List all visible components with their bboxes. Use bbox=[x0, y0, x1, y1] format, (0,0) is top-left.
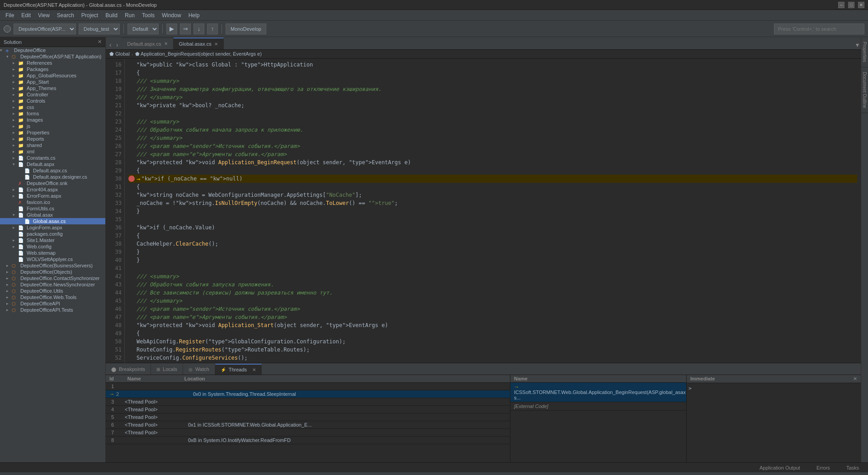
immediate-prompt[interactable]: > bbox=[689, 385, 692, 391]
tab-nav-left[interactable]: ‹ bbox=[108, 40, 113, 49]
code-line-18[interactable]: /// <summary> bbox=[128, 77, 857, 85]
tab-default-aspx[interactable]: Default.aspx.cs ✕ bbox=[122, 38, 173, 49]
tree-item-28[interactable]: ▸📄LoginForm.aspx bbox=[0, 224, 105, 231]
code-line-20[interactable]: /// </summary> bbox=[128, 93, 857, 101]
code-line-22[interactable] bbox=[128, 109, 857, 118]
code-editor[interactable]: 1617181920212223242526272829303132333435… bbox=[106, 59, 861, 363]
code-line-16[interactable]: "kw">public "kw">class Global : "type">H… bbox=[128, 61, 857, 69]
code-line-34[interactable]: } bbox=[128, 207, 857, 215]
tree-item-2[interactable]: ▸📁References bbox=[0, 60, 105, 66]
tab-breakpoints[interactable]: ⬤ Breakpoints bbox=[106, 364, 151, 375]
thread-row-1[interactable]: →20x0 in System.Threading.Thread.SleepIn… bbox=[106, 390, 510, 398]
immediate-close-icon[interactable]: ✕ bbox=[853, 376, 857, 382]
tree-item-41[interactable]: ▸⬡DeputeeOfficeAPI.Tests bbox=[0, 307, 105, 313]
code-line-37[interactable]: { bbox=[128, 232, 857, 240]
tree-item-8[interactable]: ▸📁Controls bbox=[0, 98, 105, 104]
status-errors[interactable]: Errors bbox=[811, 463, 835, 473]
tree-item-20[interactable]: 📄Default.aspx.designer.cs bbox=[0, 174, 105, 180]
thread-row-4[interactable]: 5<Thread Pool> bbox=[106, 413, 510, 421]
code-line-38[interactable]: CacheHelper.ClearCache(); bbox=[128, 240, 857, 248]
status-tasks[interactable]: Tasks bbox=[841, 463, 864, 473]
tree-item-39[interactable]: ▸⬡DeputeeOffice.Web.Tools bbox=[0, 294, 105, 300]
code-line-17[interactable]: { bbox=[128, 69, 857, 77]
minimize-button[interactable]: – bbox=[838, 2, 844, 8]
code-line-40[interactable]: } bbox=[128, 256, 857, 264]
tree-item-31[interactable]: ▸📄Web.config bbox=[0, 243, 105, 250]
code-line-36[interactable]: "kw">if (_noCache.Value) bbox=[128, 223, 857, 232]
thread-row-3[interactable]: 4<Thread Pool> bbox=[106, 406, 510, 413]
thread-row-5[interactable]: 6<Thread Pool>0x1 in ICSSoft.STORMNET.We… bbox=[106, 421, 510, 429]
close-button[interactable]: ✕ bbox=[858, 2, 864, 8]
tree-item-26[interactable]: ▾📄Global.asax bbox=[0, 212, 105, 218]
tree-item-18[interactable]: ▾📄Default.aspx bbox=[0, 161, 105, 167]
code-line-23[interactable]: /// <summary> bbox=[128, 118, 857, 126]
project-select[interactable]: DeputeeOffice(ASP... bbox=[14, 24, 76, 34]
build-select[interactable]: Default bbox=[127, 24, 159, 34]
code-line-52[interactable]: ServiceConfig.ConfigureServices(); bbox=[128, 354, 857, 362]
tree-item-21[interactable]: ✗DeputeeOffice.snk bbox=[0, 180, 105, 186]
code-line-35[interactable] bbox=[128, 215, 857, 223]
config-select[interactable]: Debug_test bbox=[79, 24, 120, 34]
code-line-45[interactable]: /// </summary> bbox=[128, 297, 857, 305]
tree-item-33[interactable]: 📄WOLVSettApplyer.cs bbox=[0, 256, 105, 262]
sidebar-close-icon[interactable]: ✕ bbox=[98, 39, 102, 45]
code-line-19[interactable]: /// Значение параметра конфигурации, отв… bbox=[128, 85, 857, 93]
code-line-32[interactable]: "kw">string noCache = WebConfigurationMa… bbox=[128, 191, 857, 199]
tab-threads[interactable]: ⚡ Threads ✕ bbox=[215, 364, 262, 375]
step-over-button[interactable]: ⇒ bbox=[180, 24, 191, 34]
step-out-button[interactable]: ↑ bbox=[207, 24, 218, 34]
tree-item-23[interactable]: ▸📄ErrorForm.aspx bbox=[0, 193, 105, 199]
menu-build[interactable]: Build bbox=[102, 11, 121, 19]
menu-file[interactable]: File bbox=[2, 11, 18, 19]
code-line-44[interactable]: /// Все зависимости (сервисы) должны раз… bbox=[128, 289, 857, 297]
code-line-41[interactable] bbox=[128, 264, 857, 272]
tree-item-3[interactable]: ▸📁Packages bbox=[0, 66, 105, 72]
code-line-50[interactable]: WebApiConfig.Register("type">GlobalConfi… bbox=[128, 337, 857, 346]
code-line-49[interactable]: { bbox=[128, 329, 857, 337]
thread-row-2[interactable]: 3<Thread Pool> bbox=[106, 398, 510, 406]
global-search-input[interactable] bbox=[774, 24, 864, 34]
tree-item-9[interactable]: ▸📁css bbox=[0, 104, 105, 110]
right-tab-properties[interactable]: Properties bbox=[861, 37, 868, 67]
tree-item-32[interactable]: 📄Web.sitemap bbox=[0, 250, 105, 256]
right-tab-outline[interactable]: Document Outline bbox=[861, 67, 868, 113]
tree-item-11[interactable]: ▸📁Images bbox=[0, 117, 105, 123]
threads-close-icon[interactable]: ✕ bbox=[252, 367, 256, 372]
tree-item-27[interactable]: 📄Global.asax.cs bbox=[0, 218, 105, 224]
tree-item-17[interactable]: ▸📄Constants.cs bbox=[0, 155, 105, 161]
callstack-row-0[interactable]: → ICSSoft.STORMNET.Web.Global.Applicatio… bbox=[510, 383, 686, 402]
tree-item-1[interactable]: ▾⬡DeputeeOffice(ASP.NET Application) bbox=[0, 53, 105, 60]
thread-row-0[interactable]: 1 bbox=[106, 383, 510, 390]
tab-locals[interactable]: ⊞ Locals bbox=[151, 364, 183, 375]
tree-item-16[interactable]: ▸📁xml bbox=[0, 148, 105, 155]
code-line-43[interactable]: /// Обработчик события запуска приложени… bbox=[128, 280, 857, 289]
code-line-46[interactable]: /// <param name="sender">Источник событи… bbox=[128, 305, 857, 313]
breadcrumb-item[interactable]: ⬟ Global bbox=[109, 51, 130, 57]
menu-window[interactable]: Window bbox=[158, 11, 185, 19]
tree-item-36[interactable]: ▸⬡DeputeeOffice.ContactSynchronizer bbox=[0, 275, 105, 281]
code-line-29[interactable]: { bbox=[128, 166, 857, 175]
tab-close-icon[interactable]: ✕ bbox=[214, 42, 218, 47]
code-line-25[interactable]: /// </summary> bbox=[128, 134, 857, 142]
tree-item-29[interactable]: 📄packages.config bbox=[0, 231, 105, 237]
tab-close-icon[interactable]: ✕ bbox=[164, 41, 168, 46]
tab-dropdown-icon[interactable]: ▾ bbox=[854, 40, 861, 49]
tree-item-24[interactable]: ✗favicon.ico bbox=[0, 199, 105, 205]
tree-item-19[interactable]: 📄Default.aspx.cs bbox=[0, 167, 105, 174]
tree-item-35[interactable]: ▸⬡DeputeeOffice(Objects) bbox=[0, 269, 105, 275]
menu-run[interactable]: Run bbox=[121, 11, 138, 19]
tree-item-10[interactable]: ▸📁forms bbox=[0, 110, 105, 117]
code-line-28[interactable]: "kw">protected "kw">void Application_Beg… bbox=[128, 158, 857, 166]
code-line-48[interactable]: "kw">protected "kw">void Application_Sta… bbox=[128, 321, 857, 329]
tree-item-40[interactable]: ▸⬡DeputeeOfficeAPI bbox=[0, 300, 105, 307]
menu-help[interactable]: Help bbox=[185, 11, 203, 19]
menu-view[interactable]: View bbox=[34, 11, 53, 19]
tree-item-22[interactable]: ▸📄Error404.aspx bbox=[0, 186, 105, 193]
code-line-47[interactable]: /// <param name="e">Аргументы события.</… bbox=[128, 313, 857, 321]
code-line-26[interactable]: /// <param name="sender">Источник событи… bbox=[128, 142, 857, 150]
tree-item-5[interactable]: ▸📁App_Start bbox=[0, 79, 105, 85]
code-line-33[interactable]: _noCache = !"kw">string.IsNullOrEmpty(no… bbox=[128, 199, 857, 207]
code-line-42[interactable]: /// <summary> bbox=[128, 272, 857, 280]
menu-edit[interactable]: Edit bbox=[18, 11, 34, 19]
tree-item-14[interactable]: ▸📁Reports bbox=[0, 136, 105, 142]
